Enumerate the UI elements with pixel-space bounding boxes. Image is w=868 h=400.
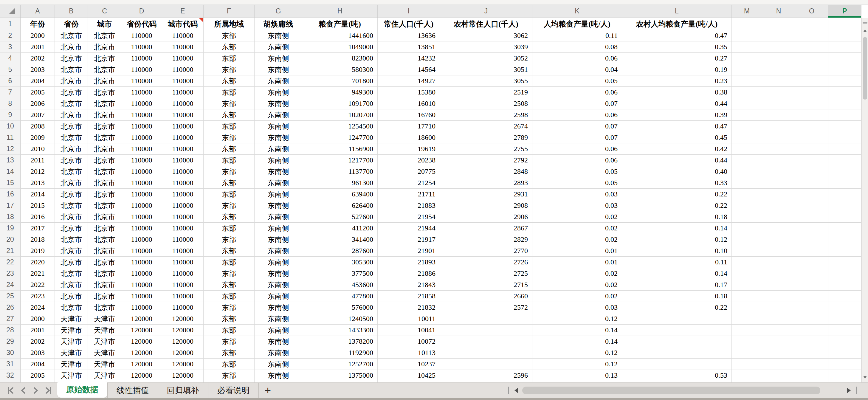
cell-B3[interactable]: 北京市	[55, 41, 88, 53]
cell-G22[interactable]: 东南侧	[254, 257, 302, 268]
cell-P8[interactable]	[828, 98, 862, 110]
cell-J27[interactable]	[440, 313, 532, 325]
cell-J29[interactable]	[440, 336, 532, 347]
cell-H2[interactable]: 1441600	[302, 30, 378, 41]
cell-F18[interactable]: 东部	[204, 211, 254, 223]
row-header-31[interactable]: 31	[0, 359, 21, 370]
cell-C21[interactable]: 北京市	[88, 245, 121, 257]
cell-D9[interactable]: 110000	[121, 110, 162, 121]
row-header-5[interactable]: 5	[0, 64, 21, 75]
cell-F15[interactable]: 东部	[204, 177, 254, 189]
cell-L10[interactable]: 0.47	[622, 121, 732, 132]
cell-M9[interactable]	[732, 110, 762, 121]
cell-A4[interactable]: 2002	[21, 53, 55, 64]
cell-B19[interactable]: 北京市	[55, 223, 88, 234]
cell-H29[interactable]: 1378200	[302, 336, 378, 347]
cell-J16[interactable]: 2931	[440, 189, 532, 200]
sheet-tab-1[interactable]: 线性插值	[107, 383, 158, 398]
cell-O32[interactable]	[795, 370, 828, 381]
cell-I14[interactable]: 20775	[378, 166, 440, 177]
cell-B1[interactable]: 省份	[55, 18, 88, 30]
cell-O27[interactable]	[795, 313, 828, 325]
cell-O2[interactable]	[795, 30, 828, 41]
cell-J9[interactable]: 2598	[440, 110, 532, 121]
cell-B15[interactable]: 北京市	[55, 177, 88, 189]
row-header-29[interactable]: 29	[0, 336, 21, 347]
cell-E29[interactable]: 120000	[162, 336, 204, 347]
cell-J2[interactable]: 3062	[440, 30, 532, 41]
cell-K17[interactable]: 0.03	[532, 200, 622, 211]
cell-L6[interactable]: 0.23	[622, 75, 732, 87]
cell-C13[interactable]: 北京市	[88, 155, 121, 166]
cell-O14[interactable]	[795, 166, 828, 177]
cell-D3[interactable]: 110000	[121, 41, 162, 53]
cell-N24[interactable]	[762, 279, 795, 290]
cell-H30[interactable]: 1192900	[302, 347, 378, 359]
cell-O1[interactable]	[795, 18, 828, 30]
cell-M5[interactable]	[732, 64, 762, 75]
cell-F6[interactable]: 东部	[204, 75, 254, 87]
cell-D16[interactable]: 110000	[121, 189, 162, 200]
cell-M26[interactable]	[732, 302, 762, 313]
cell-D20[interactable]: 110000	[121, 234, 162, 245]
cell-H22[interactable]: 305300	[302, 257, 378, 268]
column-header-E[interactable]: E	[162, 5, 204, 18]
cell-F7[interactable]: 东部	[204, 87, 254, 98]
row-header-2[interactable]: 2	[0, 30, 21, 41]
cell-J25[interactable]: 2660	[440, 290, 532, 302]
cell-E21[interactable]: 110000	[162, 245, 204, 257]
cell-G14[interactable]: 东南侧	[254, 166, 302, 177]
cell-E32[interactable]: 120000	[162, 370, 204, 381]
column-header-G[interactable]: G	[254, 5, 302, 18]
cell-A18[interactable]: 2016	[21, 211, 55, 223]
cell-D19[interactable]: 110000	[121, 223, 162, 234]
cell-H24[interactable]: 453600	[302, 279, 378, 290]
cell-N4[interactable]	[762, 53, 795, 64]
row-header-22[interactable]: 22	[0, 257, 21, 268]
cell-P19[interactable]	[828, 223, 862, 234]
cell-N13[interactable]	[762, 155, 795, 166]
cell-D2[interactable]: 110000	[121, 30, 162, 41]
cell-A25[interactable]: 2023	[21, 290, 55, 302]
cell-H20[interactable]: 341400	[302, 234, 378, 245]
cell-M3[interactable]	[732, 41, 762, 53]
cell-H31[interactable]: 1252700	[302, 359, 378, 370]
column-header-A[interactable]: A	[21, 5, 55, 18]
cell-E31[interactable]: 120000	[162, 359, 204, 370]
cell-A12[interactable]: 2010	[21, 143, 55, 155]
cell-E26[interactable]: 110000	[162, 302, 204, 313]
cell-M18[interactable]	[732, 211, 762, 223]
cell-D11[interactable]: 110000	[121, 132, 162, 143]
cell-C5[interactable]: 北京市	[88, 64, 121, 75]
cell-A13[interactable]: 2011	[21, 155, 55, 166]
cell-J13[interactable]: 2792	[440, 155, 532, 166]
cell-D27[interactable]: 120000	[121, 313, 162, 325]
first-sheet-icon[interactable]	[6, 386, 15, 395]
cell-I11[interactable]: 18600	[378, 132, 440, 143]
cell-K25[interactable]: 0.02	[532, 290, 622, 302]
cell-P27[interactable]	[828, 313, 862, 325]
cell-G1[interactable]: 胡焕庸线	[254, 18, 302, 30]
cell-H7[interactable]: 949300	[302, 87, 378, 98]
cell-M25[interactable]	[732, 290, 762, 302]
cell-M2[interactable]	[732, 30, 762, 41]
cell-A31[interactable]: 2004	[21, 359, 55, 370]
column-header-H[interactable]: H	[302, 5, 378, 18]
cell-P17[interactable]	[828, 200, 862, 211]
cell-G10[interactable]: 东南侧	[254, 121, 302, 132]
cell-P7[interactable]	[828, 87, 862, 98]
cell-J28[interactable]	[440, 325, 532, 336]
cell-K5[interactable]: 0.04	[532, 64, 622, 75]
cell-J26[interactable]: 2572	[440, 302, 532, 313]
vertical-scrollbar-thumb[interactable]	[863, 37, 867, 99]
cell-J7[interactable]: 2519	[440, 87, 532, 98]
cell-K18[interactable]: 0.02	[532, 211, 622, 223]
cell-J5[interactable]: 3051	[440, 64, 532, 75]
cell-I5[interactable]: 14564	[378, 64, 440, 75]
cell-F29[interactable]: 东部	[204, 336, 254, 347]
cell-M20[interactable]	[732, 234, 762, 245]
cell-N28[interactable]	[762, 325, 795, 336]
cell-I28[interactable]: 10041	[378, 325, 440, 336]
cell-A6[interactable]: 2004	[21, 75, 55, 87]
row-header-32[interactable]: 32	[0, 370, 21, 381]
